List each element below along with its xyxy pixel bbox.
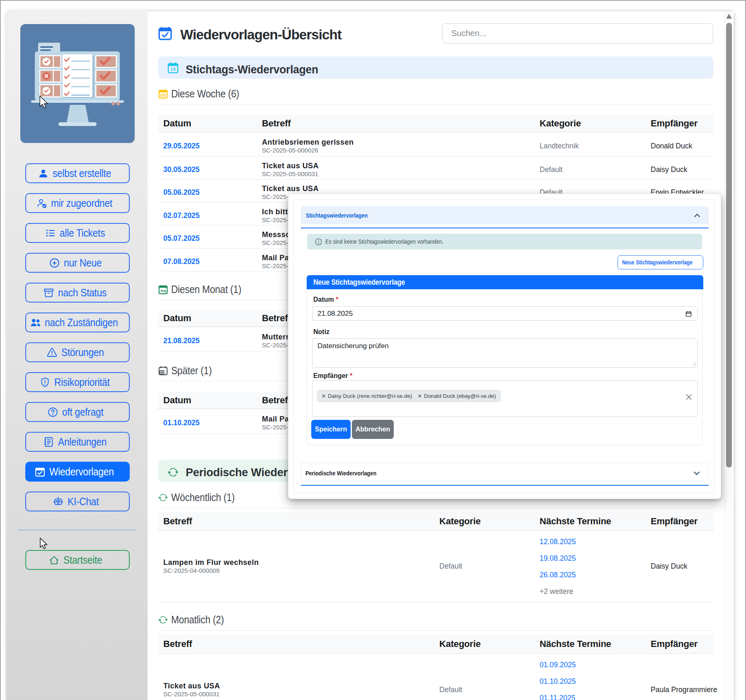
svg-text:19: 19 xyxy=(170,67,176,72)
svg-text:Aug: Aug xyxy=(160,289,166,293)
